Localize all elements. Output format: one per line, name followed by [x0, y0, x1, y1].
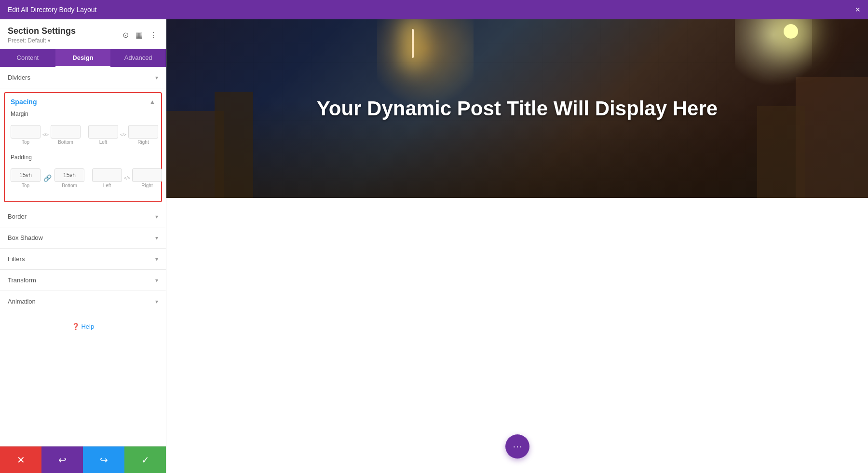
- padding-right-label: Right: [141, 183, 152, 188]
- margin-left-group: Left: [88, 125, 118, 145]
- main-layout: Section Settings Preset: Default ▾ ⊙ ▦ ⋮…: [0, 19, 868, 473]
- dividers-chevron: ▾: [155, 74, 158, 81]
- margin-top-dynamic-icon: </>: [42, 132, 49, 137]
- margin-left-label: Left: [99, 139, 108, 145]
- save-button[interactable]: ✓: [124, 446, 166, 473]
- box-shadow-label: Box Shadow: [8, 234, 43, 241]
- padding-left-input[interactable]: [92, 168, 122, 182]
- section-transform-header[interactable]: Transform ▾: [0, 270, 166, 291]
- help-link[interactable]: ❓ Help: [72, 323, 94, 330]
- section-animation-header[interactable]: Animation ▾: [0, 291, 166, 312]
- section-border-header[interactable]: Border ▾: [0, 206, 166, 227]
- section-filters: Filters ▾: [0, 249, 166, 270]
- border-label: Border: [8, 213, 27, 220]
- help-section: ❓ Help: [0, 312, 166, 340]
- padding-bottom-input[interactable]: [54, 168, 84, 182]
- hero-title: Your Dynamic Post Title Will Display Her…: [317, 97, 718, 120]
- margin-left-dynamic-icon: </>: [120, 132, 126, 137]
- target-icon-button[interactable]: ⊙: [122, 29, 130, 41]
- dividers-label: Dividers: [8, 74, 30, 81]
- top-bar-title: Edit All Directory Body Layout: [8, 6, 96, 14]
- sidebar-header-actions: ⊙ ▦ ⋮: [122, 29, 158, 41]
- transform-label: Transform: [8, 277, 36, 284]
- margin-top-input[interactable]: [11, 125, 41, 139]
- spacing-panel: Spacing ▲ Margin Top </> Bottom: [4, 92, 162, 202]
- border-chevron: ▾: [155, 213, 158, 220]
- filters-chevron: ▾: [155, 256, 158, 263]
- cancel-button[interactable]: ✕: [0, 446, 41, 473]
- padding-top-input[interactable]: [11, 168, 41, 182]
- filters-label: Filters: [8, 255, 25, 263]
- padding-right-group: Right: [132, 168, 162, 188]
- margin-top-group: Top: [11, 125, 41, 145]
- padding-left-dynamic-icon: </>: [124, 176, 130, 181]
- padding-bottom-label: Bottom: [62, 183, 77, 188]
- section-box-shadow-header[interactable]: Box Shadow ▾: [0, 227, 166, 248]
- section-animation: Animation ▾: [0, 291, 166, 312]
- padding-top-group: Top: [11, 168, 41, 188]
- columns-icon-button[interactable]: ▦: [135, 29, 144, 41]
- sidebar-preset: Preset: Default ▾: [8, 37, 76, 44]
- tab-design[interactable]: Design: [55, 49, 111, 67]
- animation-label: Animation: [8, 298, 36, 305]
- section-dividers: Dividers ▾: [0, 67, 166, 88]
- sidebar-header: Section Settings Preset: Default ▾ ⊙ ▦ ⋮: [0, 19, 166, 49]
- bottom-bar: ✕ ↩ ↪ ✓: [0, 446, 166, 473]
- canvas-body: ⋯: [166, 198, 868, 473]
- margin-fields: Top </> Bottom Left </>: [11, 120, 155, 149]
- section-dividers-header[interactable]: Dividers ▾: [0, 67, 166, 88]
- canvas: Your Dynamic Post Title Will Display Her…: [166, 19, 868, 473]
- more-options-button[interactable]: ⋮: [149, 29, 158, 41]
- padding-right-input[interactable]: [132, 168, 162, 182]
- spacing-title: Spacing: [11, 98, 37, 106]
- section-filters-header[interactable]: Filters ▾: [0, 249, 166, 269]
- spacing-chevron[interactable]: ▲: [149, 98, 155, 105]
- margin-top-label: Top: [22, 139, 29, 145]
- padding-left-label: Left: [103, 183, 111, 188]
- section-box-shadow: Box Shadow ▾: [0, 227, 166, 249]
- margin-bottom-group: Bottom: [51, 125, 81, 145]
- tab-advanced[interactable]: Advanced: [110, 49, 166, 67]
- padding-left-group: Left: [92, 168, 122, 188]
- margin-label: Margin: [11, 111, 155, 117]
- section-transform: Transform ▾: [0, 270, 166, 291]
- sidebar-content: Dividers ▾ Spacing ▲ Margin Top: [0, 67, 166, 446]
- box-shadow-chevron: ▾: [155, 235, 158, 241]
- margin-bottom-input[interactable]: [51, 125, 81, 139]
- spacing-panel-header: Spacing ▲: [11, 98, 155, 106]
- floating-action-button[interactable]: ⋯: [505, 434, 529, 459]
- margin-right-input[interactable]: [128, 125, 158, 139]
- sidebar-tabs: Content Design Advanced: [0, 49, 166, 67]
- margin-bottom-label: Bottom: [58, 139, 73, 145]
- hero-section: Your Dynamic Post Title Will Display Her…: [166, 19, 868, 198]
- sidebar: Section Settings Preset: Default ▾ ⊙ ▦ ⋮…: [0, 19, 166, 473]
- undo-button[interactable]: ↩: [41, 446, 83, 473]
- close-button[interactable]: ×: [855, 5, 860, 15]
- margin-right-group: Right: [128, 125, 158, 145]
- help-icon: ❓: [72, 323, 80, 330]
- transform-chevron: ▾: [155, 277, 158, 284]
- padding-fields: Top 🔗 Bottom Left </>: [11, 164, 155, 193]
- padding-link-icon[interactable]: 🔗: [43, 174, 52, 182]
- margin-right-label: Right: [137, 139, 149, 145]
- margin-left-input[interactable]: [88, 125, 118, 139]
- preset-dropdown[interactable]: ▾: [48, 38, 51, 43]
- padding-label: Padding: [11, 154, 155, 161]
- section-border: Border ▾: [0, 206, 166, 227]
- top-bar: Edit All Directory Body Layout ×: [0, 0, 868, 19]
- animation-chevron: ▾: [155, 298, 158, 305]
- sidebar-title: Section Settings: [8, 26, 76, 36]
- padding-bottom-group: Bottom: [54, 168, 84, 188]
- tab-content[interactable]: Content: [0, 49, 55, 67]
- padding-top-label: Top: [22, 183, 29, 188]
- redo-button[interactable]: ↪: [83, 446, 124, 473]
